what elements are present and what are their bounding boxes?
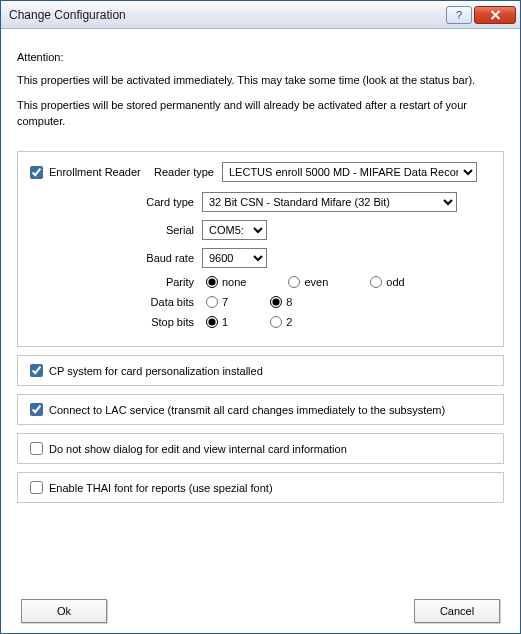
titlebar-buttons: ? [446,6,520,24]
baud-rate-label: Baud rate [130,252,202,264]
ok-button[interactable]: Ok [21,599,107,623]
enrollment-reader-checkbox[interactable] [30,166,43,179]
card-type-label: Card type [130,196,202,208]
enrollment-reader-label: Enrollment Reader [49,166,141,178]
parity-label: Parity [130,276,202,288]
card-type-select[interactable]: 32 Bit CSN - Standard Mifare (32 Bit) [202,192,457,212]
cp-system-group: CP system for card personalization insta… [17,355,504,386]
client-area: Attention: This properties will be activ… [1,29,520,633]
window-title: Change Configuration [9,8,446,22]
close-button[interactable] [474,6,516,24]
databits-8-option[interactable]: 8 [270,296,292,308]
parity-odd-radio[interactable] [370,276,382,288]
attention-heading: Attention: [17,51,504,63]
parity-none-option[interactable]: none [206,276,246,288]
stopbits-label: Stop bits [130,316,202,328]
stopbits-1-radio[interactable] [206,316,218,328]
parity-odd-option[interactable]: odd [370,276,404,288]
lac-service-label: Connect to LAC service (transmit all car… [49,404,445,416]
hide-dialog-label: Do not show dialog for edit and view int… [49,443,347,455]
attention-line-2: This properties will be stored permanent… [17,98,504,129]
lac-service-group: Connect to LAC service (transmit all car… [17,394,504,425]
hide-dialog-group: Do not show dialog for edit and view int… [17,433,504,464]
serial-label: Serial [130,224,202,236]
stopbits-1-option[interactable]: 1 [206,316,228,328]
thai-font-checkbox[interactable] [30,481,43,494]
stopbits-2-radio[interactable] [270,316,282,328]
help-button[interactable]: ? [446,6,472,24]
parity-even-radio[interactable] [288,276,300,288]
help-icon: ? [456,9,462,21]
reader-type-label: Reader type [150,166,222,178]
dialog-window: Change Configuration ? Attention: This p… [0,0,521,634]
close-icon [490,10,501,20]
thai-font-label: Enable THAI font for reports (use spezia… [49,482,273,494]
databits-7-option[interactable]: 7 [206,296,228,308]
dialog-buttons: Ok Cancel [17,591,504,623]
serial-select[interactable]: COM5: [202,220,267,240]
attention-line-1: This properties will be activated immedi… [17,73,504,88]
baud-rate-select[interactable]: 9600 [202,248,267,268]
reader-type-select[interactable]: LECTUS enroll 5000 MD - MIFARE Data Reco… [222,162,477,182]
stopbits-2-option[interactable]: 2 [270,316,292,328]
enrollment-form: Card type 32 Bit CSN - Standard Mifare (… [130,192,491,328]
cp-system-label: CP system for card personalization insta… [49,365,263,377]
cp-system-checkbox[interactable] [30,364,43,377]
databits-label: Data bits [130,296,202,308]
parity-even-option[interactable]: even [288,276,328,288]
parity-none-radio[interactable] [206,276,218,288]
databits-7-radio[interactable] [206,296,218,308]
titlebar: Change Configuration ? [1,1,520,29]
thai-font-group: Enable THAI font for reports (use spezia… [17,472,504,503]
cancel-button[interactable]: Cancel [414,599,500,623]
enrollment-group: Enrollment Reader Reader type LECTUS enr… [17,151,504,347]
lac-service-checkbox[interactable] [30,403,43,416]
databits-8-radio[interactable] [270,296,282,308]
enrollment-top-row: Enrollment Reader Reader type LECTUS enr… [30,162,491,182]
hide-dialog-checkbox[interactable] [30,442,43,455]
